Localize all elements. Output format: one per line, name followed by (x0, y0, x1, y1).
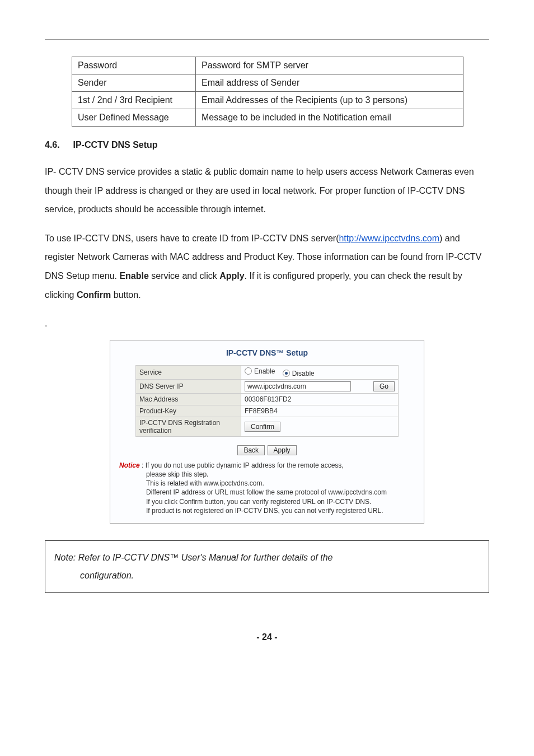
field-value: Password for SMTP server (196, 57, 463, 74)
document-page: Password Password for SMTP server Sender… (0, 0, 534, 665)
mac-address-value: 00306F813FD2 (241, 393, 399, 405)
product-key-value: FF8E9BB4 (241, 405, 399, 417)
lone-dot: . (45, 314, 489, 333)
notice-line: please skip this step. (146, 470, 415, 479)
section-heading: 4.6. IP-CCTV DNS Setup (45, 140, 489, 150)
dns-server-value-cell: www.ipcctvdns.com Go (241, 379, 399, 393)
dns-server-label: DNS Server IP (136, 379, 241, 393)
dns-server-input[interactable]: www.ipcctvdns.com (245, 381, 351, 391)
notice-label: Notice (119, 461, 140, 469)
field-key: Sender (72, 74, 196, 92)
go-button[interactable]: Go (373, 381, 395, 391)
table-row: Mac Address 00306F813FD2 (136, 393, 399, 405)
disable-radio-label: Disable (292, 370, 315, 377)
panel-button-row: Back Apply (110, 445, 424, 455)
field-value: Email address of Sender (196, 74, 463, 92)
notice-line: This is related with www.ipcctvdns.com. (146, 479, 415, 488)
table-row: User Defined Message Message to be inclu… (72, 109, 463, 127)
section-number: 4.6. (45, 140, 71, 150)
table-row: Product-Key FF8E9BB4 (136, 405, 399, 417)
product-key-label: Product-Key (136, 405, 241, 417)
back-button[interactable]: Back (237, 445, 265, 455)
table-row: Service Enable Disable (136, 365, 399, 379)
service-label: Service (136, 365, 241, 379)
note-line-2: configuration. (80, 567, 480, 585)
field-value: Email Addresses of the Recipients (up to… (196, 92, 463, 109)
ipcctvdns-setup-panel: IP-CCTV DNS™ Setup Service Enable Disabl… (110, 340, 424, 524)
registration-verification-cell: Confirm (241, 417, 399, 436)
smtp-fields-table: Password Password for SMTP server Sender… (72, 57, 463, 127)
text: To use IP-CCTV DNS, users have to create… (45, 234, 339, 243)
table-row: IP-CCTV DNS Registration verification Co… (136, 417, 399, 436)
field-key: User Defined Message (72, 109, 196, 127)
field-key: Password (72, 57, 196, 74)
ipcctvdns-link[interactable]: http://www.ipcctvdns.com (339, 234, 439, 243)
panel-title: IP-CCTV DNS™ Setup (110, 348, 424, 357)
top-rule (45, 39, 489, 40)
table-row: DNS Server IP www.ipcctvdns.com Go (136, 379, 399, 393)
confirm-word: Confirm (77, 290, 111, 300)
table-row: Password Password for SMTP server (72, 57, 463, 74)
text: service and click (149, 271, 219, 281)
notice-line: Different IP address or URL must follow … (146, 488, 415, 497)
confirm-button[interactable]: Confirm (245, 422, 280, 432)
field-key: 1st / 2nd / 3rd Recipient (72, 92, 196, 109)
mac-address-label: Mac Address (136, 393, 241, 405)
note-box: Note: Refer to IP-CCTV DNS™ User's Manua… (45, 540, 489, 593)
section-title: IP-CCTV DNS Setup (73, 140, 157, 150)
paragraph-2: To use IP-CCTV DNS, users have to create… (45, 229, 489, 304)
enable-radio[interactable]: Enable (245, 367, 275, 375)
apply-button[interactable]: Apply (268, 445, 297, 455)
service-value-cell: Enable Disable (241, 365, 399, 379)
notice-block: Notice : If you do not use public dynami… (110, 461, 424, 517)
config-table: Service Enable Disable DNS Server IP www… (135, 365, 399, 437)
notice-line: If you click Confirm button, you can ver… (146, 497, 415, 506)
registration-verification-label: IP-CCTV DNS Registration verification (136, 417, 241, 436)
text: button. (111, 290, 140, 300)
notice-colon: : (140, 461, 146, 469)
notice-line: If you do not use public dynamic IP addr… (146, 461, 344, 469)
radio-dot-icon (283, 370, 290, 377)
field-value: Message to be included in the Notificati… (196, 109, 463, 127)
notice-line: If product is not registered on IP-CCTV … (146, 506, 415, 515)
enable-word: Enable (119, 271, 148, 281)
apply-word: Apply (219, 271, 244, 281)
disable-radio[interactable]: Disable (283, 370, 315, 377)
page-number: - 24 - (45, 632, 489, 642)
paragraph-1: IP- CCTV DNS service provides a static &… (45, 162, 489, 219)
table-row: Sender Email address of Sender (72, 74, 463, 92)
note-line-1: Note: Refer to IP-CCTV DNS™ User's Manua… (54, 549, 480, 567)
table-row: 1st / 2nd / 3rd Recipient Email Addresse… (72, 92, 463, 109)
radio-dot-icon (245, 367, 252, 375)
enable-radio-label: Enable (254, 367, 275, 375)
